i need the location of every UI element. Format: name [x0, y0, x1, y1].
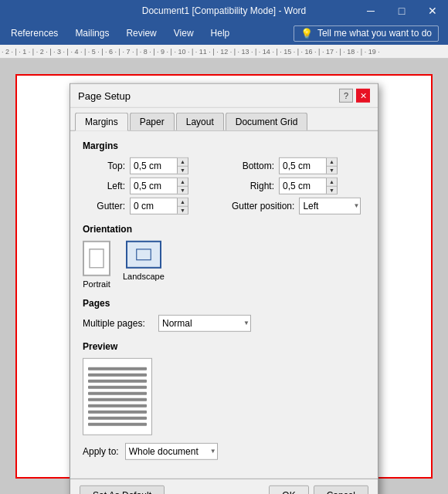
dialog-title-bar: Page Setup ? ✕ [70, 84, 378, 108]
gutter-spin-down[interactable]: ▼ [178, 206, 188, 214]
apply-select[interactable]: Whole document This point forward [125, 443, 218, 460]
portrait-icon [83, 241, 110, 276]
landscape-option[interactable]: Landscape [123, 241, 165, 289]
doc-area: Page Setup ? ✕ Margins Paper Layout Docu… [0, 59, 448, 494]
left-input-wrap: ▲ ▼ [130, 178, 188, 195]
preview-section: Preview [83, 341, 365, 435]
gutter-pos-field-row: Gutter position: Left Top ▼ [232, 198, 365, 215]
landscape-icon [126, 241, 161, 269]
cancel-button[interactable]: Cancel [314, 486, 368, 494]
gutter-input[interactable] [131, 198, 177, 214]
title-bar-controls: ─ □ ✕ [355, 0, 448, 22]
gutter-spin: ▲ ▼ [177, 198, 188, 214]
gutter-field-row: Gutter: ▲ ▼ [83, 198, 216, 215]
portrait-page-svg [89, 249, 104, 269]
preview-line [88, 392, 147, 395]
pages-section: Pages Multiple pages: Normal Mirror marg… [83, 298, 365, 332]
gutter-spin-up[interactable]: ▲ [178, 198, 188, 207]
minimize-button[interactable]: ─ [355, 0, 386, 22]
bottom-input[interactable] [280, 158, 326, 174]
tab-paper[interactable]: Paper [130, 113, 175, 130]
margins-section-label: Margins [83, 140, 365, 151]
dialog-close-button[interactable]: ✕ [356, 89, 370, 103]
page-setup-dialog: Page Setup ? ✕ Margins Paper Layout Docu… [70, 83, 378, 494]
apply-label: Apply to: [83, 446, 119, 457]
menu-bar: References Mailings Review View Help 💡 T… [0, 22, 448, 45]
right-label: Right: [232, 181, 274, 191]
right-spin: ▲ ▼ [326, 178, 337, 194]
menu-help[interactable]: Help [203, 25, 238, 42]
left-input[interactable] [131, 178, 177, 194]
bottom-label: Bottom: [232, 161, 274, 171]
bottom-spin: ▲ ▼ [326, 158, 337, 174]
right-field-row: Right: ▲ ▼ [232, 178, 365, 195]
right-spin-up[interactable]: ▲ [327, 178, 337, 187]
gutter-pos-select[interactable]: Left Top [299, 198, 361, 215]
preview-label: Preview [83, 341, 365, 352]
preview-line [88, 404, 147, 408]
menu-review[interactable]: Review [118, 25, 164, 42]
preview-box [83, 358, 152, 435]
menu-references[interactable]: References [3, 25, 66, 42]
apply-select-wrap: Whole document This point forward ▼ [125, 443, 218, 460]
orientation-label: Orientation [83, 224, 365, 235]
left-spin-up[interactable]: ▲ [178, 178, 188, 187]
bottom-spin-down[interactable]: ▼ [327, 166, 337, 174]
menu-mailings[interactable]: Mailings [67, 25, 117, 42]
gutter-label: Gutter: [83, 201, 125, 211]
window-close-button[interactable]: ✕ [417, 0, 448, 22]
apply-row: Apply to: Whole document This point forw… [83, 443, 365, 460]
multiple-pages-label: Multiple pages: [83, 318, 152, 329]
multiple-pages-select-wrap: Normal Mirror margins 2 pages per sheet … [158, 315, 251, 332]
svg-rect-1 [137, 249, 151, 260]
dialog-help-button[interactable]: ? [339, 89, 353, 103]
right-input[interactable] [280, 178, 326, 194]
bottom-input-wrap: ▲ ▼ [279, 157, 338, 174]
multiple-pages-select[interactable]: Normal Mirror margins 2 pages per sheet … [158, 315, 251, 332]
orientation-options: Portrait Landscape [83, 241, 365, 289]
preview-line [88, 398, 147, 401]
left-spin-down[interactable]: ▼ [178, 186, 188, 194]
title-bar: Document1 [Compatibility Mode] - Word ─ … [0, 0, 448, 22]
set-default-button[interactable]: Set As Default [80, 486, 165, 494]
preview-line [88, 374, 147, 377]
portrait-option[interactable]: Portrait [83, 241, 110, 289]
landscape-label: Landscape [123, 272, 165, 281]
gutter-pos-label: Gutter position: [232, 201, 294, 211]
top-spin: ▲ ▼ [177, 158, 188, 174]
left-field-row: Left: ▲ ▼ [83, 178, 216, 195]
top-field-row: Top: ▲ ▼ [83, 157, 216, 174]
left-spin: ▲ ▼ [177, 178, 188, 194]
portrait-label: Portrait [83, 279, 110, 289]
top-input[interactable] [131, 158, 177, 174]
dialog-footer: Set As Default OK Cancel [70, 479, 378, 494]
pages-label-heading: Pages [83, 298, 365, 309]
bottom-spin-up[interactable]: ▲ [327, 158, 337, 167]
right-spin-down[interactable]: ▼ [327, 186, 337, 194]
gutter-input-wrap: ▲ ▼ [130, 198, 188, 215]
dialog-title: Page Setup [78, 90, 131, 101]
lightbulb-icon: 💡 [300, 28, 313, 39]
dialog-overlay: Page Setup ? ✕ Margins Paper Layout Docu… [70, 83, 378, 494]
top-spin-down[interactable]: ▼ [178, 166, 188, 174]
ok-button[interactable]: OK [269, 486, 308, 494]
preview-line [88, 417, 147, 420]
tab-document-grid[interactable]: Document Grid [226, 113, 308, 130]
tell-me-search[interactable]: 💡 Tell me what you want to do [294, 25, 439, 42]
tab-margins[interactable]: Margins [75, 113, 128, 131]
menu-view[interactable]: View [166, 25, 202, 42]
gutter-pos-select-wrap: Left Top ▼ [299, 198, 361, 215]
tab-bar: Margins Paper Layout Document Grid [70, 108, 378, 131]
top-input-wrap: ▲ ▼ [130, 157, 188, 174]
bottom-field-row: Bottom: ▲ ▼ [232, 157, 365, 174]
top-label: Top: [83, 161, 125, 171]
search-text: Tell me what you want to do [317, 28, 432, 39]
preview-line [88, 411, 147, 414]
dialog-content: Margins Top: ▲ ▼ [70, 131, 378, 479]
tab-layout[interactable]: Layout [176, 113, 224, 130]
top-spin-up[interactable]: ▲ [178, 158, 188, 167]
margins-grid: Top: ▲ ▼ Bottom: [83, 157, 365, 215]
maximize-button[interactable]: □ [386, 0, 417, 22]
landscape-page-svg [136, 245, 151, 265]
preview-lines [83, 363, 151, 431]
